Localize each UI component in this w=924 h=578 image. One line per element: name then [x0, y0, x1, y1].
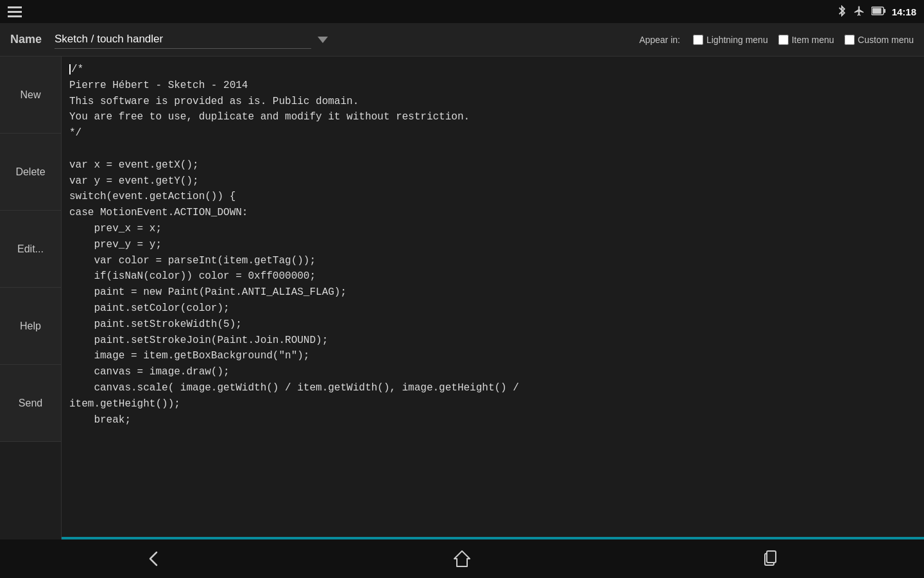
lightning-menu-label: Lightning menu [706, 35, 768, 45]
code-editor[interactable]: /* Pierre Hébert - Sketch - 2014 This so… [62, 57, 924, 539]
svg-rect-2 [872, 8, 881, 13]
help-button[interactable]: Help [0, 288, 61, 365]
name-label: Name [10, 33, 42, 46]
hamburger-icon [8, 6, 22, 17]
appear-in-label: Appear in: [639, 35, 680, 45]
status-bar-right: 14:18 [837, 5, 916, 19]
airplane-icon [853, 5, 865, 19]
item-menu-checkbox[interactable] [778, 35, 789, 45]
delete-button[interactable]: Delete [0, 134, 61, 211]
custom-menu-label: Custom menu [858, 35, 914, 45]
svg-rect-1 [884, 9, 886, 13]
recents-icon [760, 548, 780, 569]
lightning-menu-option[interactable]: Lightning menu [693, 35, 768, 45]
main-area: New Delete Edit... Help Send /* Pierre H… [0, 57, 924, 539]
lightning-menu-checkbox[interactable] [693, 35, 703, 45]
new-button[interactable]: New [0, 57, 61, 134]
home-button[interactable] [436, 545, 488, 573]
item-menu-label: Item menu [792, 35, 834, 45]
name-input[interactable] [55, 30, 311, 49]
bluetooth-icon [837, 5, 847, 19]
sidebar: New Delete Edit... Help Send [0, 57, 62, 539]
edit-button[interactable]: Edit... [0, 211, 61, 288]
recents-button[interactable] [744, 545, 796, 573]
appear-in-section: Appear in: Lightning menu Item menu Cust… [639, 35, 914, 45]
status-time: 14:18 [892, 6, 916, 17]
svg-marker-3 [454, 551, 470, 566]
back-icon [144, 548, 164, 569]
cursor [69, 64, 71, 75]
scroll-indicator [62, 537, 924, 539]
status-bar-left [8, 6, 22, 17]
nav-bar [0, 539, 924, 578]
custom-menu-checkbox[interactable] [844, 35, 855, 45]
code-content: /* Pierre Hébert - Sketch - 2014 This so… [69, 62, 916, 428]
back-button[interactable] [128, 545, 180, 573]
dropdown-triangle [318, 37, 328, 43]
battery-icon [871, 6, 886, 17]
custom-menu-option[interactable]: Custom menu [844, 35, 914, 45]
svg-rect-5 [767, 551, 776, 563]
home-icon [452, 548, 472, 569]
status-bar: 14:18 [0, 0, 924, 23]
item-menu-option[interactable]: Item menu [778, 35, 834, 45]
send-button[interactable]: Send [0, 365, 61, 442]
name-bar: Name Appear in: Lightning menu Item menu… [0, 23, 924, 57]
